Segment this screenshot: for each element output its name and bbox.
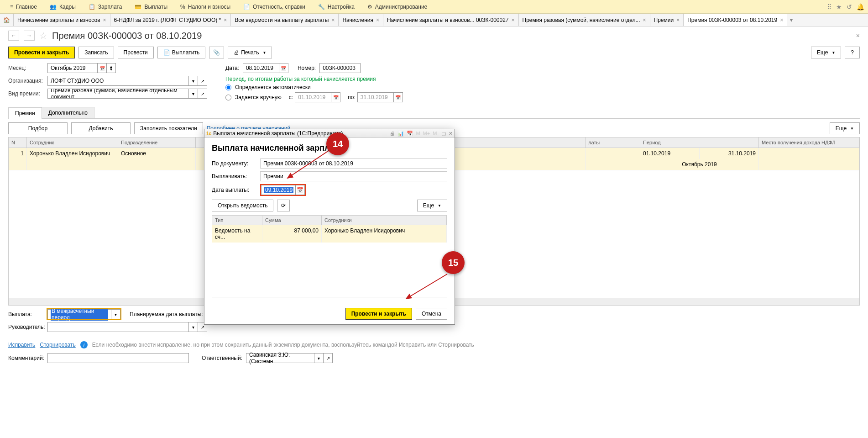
menu-kadry[interactable]: 👥Кадры: [43, 0, 82, 13]
sub-more-button[interactable]: Еще▼: [830, 122, 860, 134]
mcol-type[interactable]: Тип: [212, 216, 262, 225]
open-icon[interactable]: ↗: [324, 353, 333, 363]
close-icon[interactable]: ×: [780, 17, 783, 23]
write-button[interactable]: Записать: [78, 47, 114, 58]
type-input[interactable]: Премия разовая (суммой, начисление отдел…: [47, 89, 189, 99]
col-period[interactable]: Период: [640, 137, 759, 148]
modal-post-close-button[interactable]: Провести и закрыть: [345, 308, 412, 320]
fix-link[interactable]: Исправить: [8, 342, 35, 348]
close-icon[interactable]: ×: [103, 17, 106, 23]
col-emp[interactable]: Сотрудник: [27, 137, 118, 148]
calendar-icon[interactable]: 📅: [98, 63, 107, 73]
modal-close-icon[interactable]: ✕: [449, 131, 453, 137]
dropdown-icon[interactable]: ▾: [189, 322, 198, 332]
nav-forward[interactable]: →: [24, 31, 35, 41]
calc-icon[interactable]: 📊: [397, 131, 404, 137]
tab-7[interactable]: Премия 00ЗК-000003 от 08.10.2019×: [684, 14, 787, 26]
print-button[interactable]: 🖨Печать▼: [228, 47, 272, 58]
grid-icon[interactable]: ⠿: [827, 3, 831, 11]
close-icon[interactable]: ×: [376, 17, 379, 23]
home-tab[interactable]: 🏠: [0, 14, 14, 26]
tab-1[interactable]: 6-НДФЛ за 2019 г. (ЛОФТ СТУДИО ООО) *×: [110, 14, 231, 26]
col-dept[interactable]: Подразделение: [118, 137, 196, 148]
number-input[interactable]: 00ЗК-000003: [319, 63, 361, 73]
storn-link[interactable]: Сторнировать: [40, 342, 75, 348]
tab-0[interactable]: Начисление зарплаты и взносов×: [14, 14, 110, 26]
calendar-icon[interactable]: 📅: [394, 92, 403, 102]
menu-nalogi[interactable]: %Налоги и взносы: [174, 0, 237, 13]
menu-nastroika[interactable]: 🔧Настройка: [312, 0, 361, 13]
calendar-icon[interactable]: 📅: [296, 185, 305, 195]
paydate-input[interactable]: 09.10.2019: [261, 185, 296, 195]
calendar-icon[interactable]: 📅: [331, 92, 340, 102]
history-icon[interactable]: ↺: [847, 3, 852, 11]
menu-main[interactable]: ≡Главное: [4, 0, 43, 13]
dropdown-icon[interactable]: ▾: [189, 89, 198, 99]
dropdown-icon[interactable]: ▾: [111, 309, 120, 319]
nav-back[interactable]: ←: [8, 31, 19, 41]
comment-input[interactable]: [47, 353, 189, 363]
col-dates[interactable]: латы: [586, 137, 640, 148]
month-input[interactable]: Октябрь 2019: [47, 63, 98, 73]
close-icon[interactable]: ×: [676, 17, 680, 23]
fill-button[interactable]: Заполнить показатели: [134, 122, 203, 134]
open-sheet-button[interactable]: Открыть ведомость: [212, 200, 273, 211]
tab-premii[interactable]: Премии: [8, 107, 42, 119]
mcol-sum[interactable]: Сумма: [262, 216, 322, 225]
calendar-icon[interactable]: 📅: [279, 63, 288, 73]
modal-table-row[interactable]: Ведомость на сч... 87 000,00 Хоронько Вл…: [212, 225, 447, 243]
col-place[interactable]: Место получения дохода НДФЛ: [759, 137, 859, 148]
resp-input[interactable]: Савинская З.Ю. (Системн: [246, 353, 314, 363]
pay-button[interactable]: 📄Выплатить: [157, 47, 206, 58]
modal-more-button[interactable]: Еще▼: [417, 200, 447, 211]
spin-buttons[interactable]: ▴▾: [107, 63, 116, 73]
tab-2[interactable]: Все ведомости на выплату зарплаты×: [231, 14, 339, 26]
mcol-emps[interactable]: Сотрудники: [322, 216, 447, 225]
pick-button[interactable]: Подбор: [8, 122, 68, 134]
what-field[interactable]: Премии: [260, 171, 447, 181]
menu-vyplaty[interactable]: 💳Выплаты: [128, 0, 174, 13]
page-close-icon[interactable]: ×: [856, 32, 860, 39]
open-icon[interactable]: ↗: [198, 76, 207, 86]
minimize-icon[interactable]: ▢: [441, 131, 446, 137]
bell-icon[interactable]: 🔔: [857, 3, 864, 11]
radio-manual[interactable]: [225, 95, 231, 100]
modal-cancel-button[interactable]: Отмена: [416, 308, 447, 320]
dropdown-icon[interactable]: ▾: [189, 76, 198, 86]
date-icon[interactable]: 📅: [407, 131, 413, 137]
close-icon[interactable]: ×: [331, 17, 335, 23]
period-from-input[interactable]: 01.10.2019: [295, 92, 331, 102]
star-icon[interactable]: ★: [836, 3, 842, 11]
doc-field[interactable]: Премия 00ЗК-000003 от 08.10.2019: [260, 158, 447, 169]
more-button[interactable]: Еще▼: [811, 47, 841, 58]
help-button[interactable]: ?: [845, 47, 860, 58]
close-icon[interactable]: ×: [643, 17, 646, 23]
post-close-button[interactable]: Провести и закрыть: [8, 47, 75, 58]
tab-5[interactable]: Премия разовая (суммой, начисление отдел…: [519, 14, 650, 26]
post-button[interactable]: Провести: [118, 47, 154, 58]
close-icon[interactable]: ×: [224, 17, 227, 23]
menu-admin[interactable]: ⚙Администрирование: [361, 0, 434, 13]
tab-3[interactable]: Начисления×: [339, 14, 383, 26]
date-input[interactable]: 08.10.2019: [243, 63, 279, 73]
favorite-star-icon[interactable]: ☆: [39, 30, 47, 41]
close-icon[interactable]: ×: [512, 17, 515, 23]
tab-4[interactable]: Начисление зарплаты и взносов... 00ЗК-00…: [383, 14, 519, 26]
add-button[interactable]: Добавить: [71, 122, 131, 134]
org-input[interactable]: ЛОФТ СТУДИО ООО: [47, 76, 189, 86]
tab-extra[interactable]: Дополнительно: [42, 107, 94, 118]
print-icon[interactable]: 🖨: [390, 131, 395, 136]
menu-zarplata[interactable]: 📋Зарплата: [82, 0, 129, 13]
refresh-button[interactable]: ⟳: [277, 200, 290, 211]
radio-auto[interactable]: [225, 84, 231, 90]
open-icon[interactable]: ↗: [198, 89, 207, 99]
attach-button[interactable]: 📎: [209, 47, 224, 58]
period-to-input[interactable]: 31.10.2019: [357, 92, 394, 102]
lead-input[interactable]: [47, 322, 189, 332]
col-n[interactable]: N: [9, 137, 27, 148]
tabs-dropdown[interactable]: ▾: [787, 14, 795, 26]
payment-select[interactable]: В межрасчетный период: [47, 309, 111, 319]
dropdown-icon[interactable]: ▾: [314, 353, 324, 363]
menu-otchet[interactable]: 📄Отчетность, справки: [237, 0, 312, 13]
tab-6[interactable]: Премии×: [650, 14, 684, 26]
